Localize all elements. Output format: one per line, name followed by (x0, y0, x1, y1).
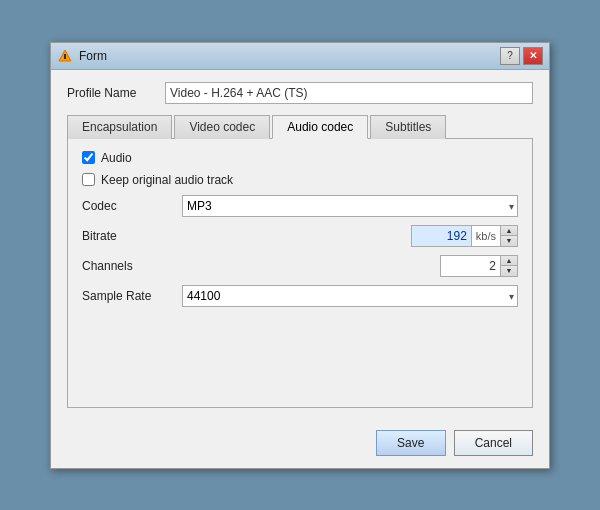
title-bar-controls: ? ✕ (500, 47, 543, 65)
empty-space (82, 315, 518, 395)
window-title: Form (79, 49, 107, 63)
profile-name-input[interactable] (165, 82, 533, 104)
profile-row: Profile Name (67, 82, 533, 104)
audio-checkbox-label: Audio (101, 151, 132, 165)
channels-spin-buttons: ▲ ▼ (500, 255, 518, 277)
profile-name-label: Profile Name (67, 86, 157, 100)
title-bar: Form ? ✕ (51, 43, 549, 70)
keep-original-checkbox[interactable] (82, 173, 95, 186)
cancel-button[interactable]: Cancel (454, 430, 533, 456)
codec-field: MP3 AAC Vorbis FLAC (182, 195, 518, 217)
bitrate-down-button[interactable]: ▼ (501, 236, 517, 246)
bitrate-spin-buttons: ▲ ▼ (500, 225, 518, 247)
tab-video-codec[interactable]: Video codec (174, 115, 270, 139)
channels-field: ▲ ▼ (182, 255, 518, 277)
samplerate-row: Sample Rate 44100 48000 22050 16000 (82, 285, 518, 307)
bitrate-input[interactable] (411, 225, 471, 247)
channels-label: Channels (82, 259, 182, 273)
bitrate-label: Bitrate (82, 229, 182, 243)
save-button[interactable]: Save (376, 430, 446, 456)
dialog-window: Form ? ✕ Profile Name Encapsulation Vide… (50, 42, 550, 469)
channels-row: Channels ▲ ▼ (82, 255, 518, 277)
samplerate-select-wrapper: 44100 48000 22050 16000 (182, 285, 518, 307)
tab-subtitles[interactable]: Subtitles (370, 115, 446, 139)
help-button[interactable]: ? (500, 47, 520, 65)
bitrate-spinbox: kb/s ▲ ▼ (411, 225, 518, 247)
bitrate-unit: kb/s (471, 225, 500, 247)
keep-original-row: Keep original audio track (82, 173, 518, 187)
tab-encapsulation[interactable]: Encapsulation (67, 115, 172, 139)
svg-rect-2 (64, 54, 66, 55)
samplerate-label: Sample Rate (82, 289, 182, 303)
channels-input[interactable] (440, 255, 500, 277)
codec-row: Codec MP3 AAC Vorbis FLAC (82, 195, 518, 217)
dialog-content: Profile Name Encapsulation Video codec A… (51, 70, 549, 420)
codec-select-wrapper: MP3 AAC Vorbis FLAC (182, 195, 518, 217)
keep-original-label: Keep original audio track (101, 173, 233, 187)
samplerate-select[interactable]: 44100 48000 22050 16000 (182, 285, 518, 307)
samplerate-field: 44100 48000 22050 16000 (182, 285, 518, 307)
audio-checkbox[interactable] (82, 151, 95, 164)
tab-content-audio: Audio Keep original audio track Codec MP… (67, 139, 533, 408)
svg-rect-1 (64, 55, 66, 59)
channels-up-button[interactable]: ▲ (501, 256, 517, 266)
bitrate-up-button[interactable]: ▲ (501, 226, 517, 236)
codec-label: Codec (82, 199, 182, 213)
audio-checkbox-row: Audio (82, 151, 518, 165)
codec-select[interactable]: MP3 AAC Vorbis FLAC (182, 195, 518, 217)
channels-down-button[interactable]: ▼ (501, 266, 517, 276)
dialog-footer: Save Cancel (51, 420, 549, 468)
bitrate-row: Bitrate kb/s ▲ ▼ (82, 225, 518, 247)
channels-spinbox: ▲ ▼ (440, 255, 518, 277)
title-bar-left: Form (57, 48, 107, 64)
tab-audio-codec[interactable]: Audio codec (272, 115, 368, 139)
close-button[interactable]: ✕ (523, 47, 543, 65)
bitrate-field: kb/s ▲ ▼ (182, 225, 518, 247)
tabs-bar: Encapsulation Video codec Audio codec Su… (67, 114, 533, 139)
vlc-icon (57, 48, 73, 64)
